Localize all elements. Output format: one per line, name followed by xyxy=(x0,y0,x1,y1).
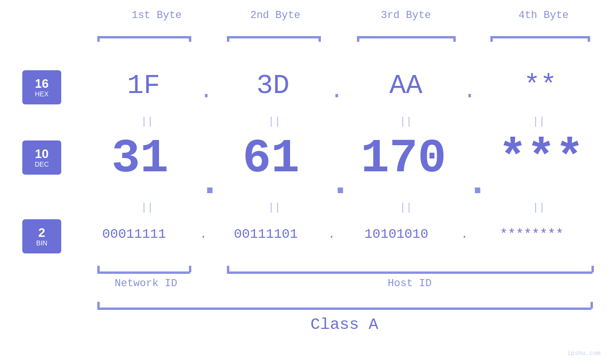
hex-label: HEX xyxy=(35,90,49,98)
eq-hex-2: || xyxy=(260,116,289,128)
bracket-class-a xyxy=(97,308,591,310)
bracket-top-3 xyxy=(357,36,454,38)
byte-header-4: 4th Byte xyxy=(501,9,586,21)
bracket-top-1 xyxy=(97,36,190,38)
eq-hex-1: || xyxy=(133,116,161,128)
bracket-top-2-left xyxy=(227,36,229,42)
byte-header-2: 2nd Byte xyxy=(233,9,318,21)
bracket-bot-host-right xyxy=(591,266,594,272)
bracket-bot-1-right xyxy=(189,266,191,272)
dec-val-2: 61 xyxy=(216,132,326,186)
page-layout: 1st Byte 2nd Byte 3rd Byte 4th Byte 16 H… xyxy=(0,0,610,364)
bin-val-3: 10101010 xyxy=(337,227,456,242)
bracket-top-1-right xyxy=(189,36,191,42)
bracket-top-1-left xyxy=(97,36,100,42)
class-a-label: Class A xyxy=(97,316,591,334)
bin-val-2: 00111101 xyxy=(209,227,323,242)
hex-val-1: 1F xyxy=(97,70,190,101)
bracket-top-2-right xyxy=(319,36,321,42)
eq-hex-3: || xyxy=(392,116,420,128)
hex-val-2: 3D xyxy=(225,70,320,101)
byte-header-1: 1st Byte xyxy=(116,9,197,21)
bracket-top-3-left xyxy=(357,36,359,42)
eq-dec-1: || xyxy=(133,202,161,214)
bin-val-4: ******** xyxy=(470,227,593,242)
bin-number: 2 xyxy=(38,226,45,240)
byte-header-3: 3rd Byte xyxy=(363,9,449,21)
watermark: ipshu.com xyxy=(567,350,601,357)
eq-dec-2: || xyxy=(260,202,289,214)
bracket-top-4 xyxy=(490,36,589,38)
dec-badge: 10 DEC xyxy=(22,140,61,175)
bracket-bot-1 xyxy=(97,271,190,274)
bracket-class-a-right xyxy=(591,302,593,308)
bin-val-1: 00011111 xyxy=(71,227,197,242)
bin-badge: 2 BIN xyxy=(22,219,61,253)
eq-dec-3: || xyxy=(392,202,420,214)
host-id-label: Host ID xyxy=(227,278,592,289)
network-id-label: Network ID xyxy=(100,278,192,289)
dot-bin-1: . xyxy=(199,227,207,242)
dot-hex-1: . xyxy=(199,78,213,104)
bracket-top-4-left xyxy=(490,36,493,42)
dot-hex-2: . xyxy=(330,78,344,104)
dec-label: DEC xyxy=(35,160,49,168)
bracket-bot-host xyxy=(227,271,592,274)
dot-hex-3: . xyxy=(463,78,477,104)
bracket-top-4-right xyxy=(588,36,590,42)
bracket-bot-1-left xyxy=(97,266,100,272)
dec-number: 10 xyxy=(35,147,49,161)
bracket-bot-host-left xyxy=(227,266,229,272)
hex-badge: 16 HEX xyxy=(22,70,61,104)
bin-label: BIN xyxy=(36,239,47,247)
bracket-class-a-left xyxy=(97,302,100,308)
hex-val-4: ** xyxy=(490,70,590,101)
dec-val-1: 31 xyxy=(83,132,197,186)
eq-hex-4: || xyxy=(525,116,553,128)
dot-bin-3: . xyxy=(460,227,469,242)
dec-val-4: *** xyxy=(484,132,598,186)
hex-val-3: AA xyxy=(356,70,456,101)
bracket-top-3-right xyxy=(453,36,456,42)
eq-dec-4: || xyxy=(525,202,553,214)
bracket-top-2 xyxy=(227,36,319,38)
dot-bin-2: . xyxy=(328,227,336,242)
dec-val-3: 170 xyxy=(342,132,465,186)
hex-number: 16 xyxy=(35,77,49,91)
